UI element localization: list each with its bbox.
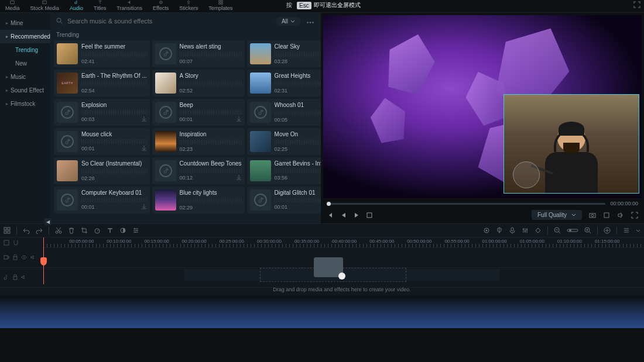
zoom-all-icon[interactable] — [604, 227, 611, 234]
duration: 02:52 — [180, 88, 193, 94]
zoom-fit-icon[interactable] — [567, 227, 578, 233]
record-icon[interactable] — [483, 227, 490, 234]
svg-rect-37 — [13, 257, 17, 260]
ruler-tick: 01:05:00:00 — [520, 239, 544, 244]
sidebar-sub-trending[interactable]: Trending — [0, 43, 50, 57]
tab-audio[interactable]: Audio — [64, 0, 88, 12]
sidebar-item-sound-effect[interactable]: Sound Effect — [0, 84, 50, 97]
mute-icon[interactable] — [30, 255, 36, 261]
mixer-icon[interactable] — [522, 227, 529, 234]
crop-icon[interactable] — [81, 227, 88, 234]
collapse-sidebar-icon[interactable]: ◀ — [44, 218, 52, 225]
magnet-icon[interactable] — [13, 240, 19, 247]
audio-card[interactable]: Inspiration02:23 — [152, 128, 245, 155]
download-icon[interactable] — [236, 116, 242, 123]
play-button[interactable] — [354, 212, 359, 219]
video-track-icon[interactable] — [4, 254, 9, 261]
waveform — [81, 110, 147, 115]
redo-icon[interactable] — [36, 227, 43, 234]
lock-icon[interactable] — [13, 254, 18, 261]
card-title: Clear Sky — [275, 43, 321, 50]
sidebar-item-music[interactable]: Music — [0, 70, 50, 84]
audio-card[interactable]: A Story02:52 — [152, 70, 245, 96]
audio-card[interactable]: Digital Glitch 0100:01 — [247, 187, 321, 213]
delete-icon[interactable] — [68, 227, 75, 234]
audio-card[interactable]: Clear Sky03:28 — [247, 40, 321, 67]
sidebar-item-recommended[interactable]: Recommended — [0, 30, 50, 43]
marker-icon[interactable] — [496, 227, 503, 234]
fullscreen-preview-icon[interactable] — [631, 212, 638, 219]
svg-rect-12 — [367, 213, 372, 218]
download-icon[interactable] — [141, 204, 147, 211]
audio-card[interactable]: Earth - The Rhythm Of ...02:54 — [54, 70, 150, 96]
text-icon[interactable] — [107, 227, 114, 234]
snapshot-icon[interactable] — [589, 212, 596, 219]
tab-stickers[interactable]: Stickers — [174, 0, 203, 12]
sidebar-item-filmstock[interactable]: Filmstock — [0, 97, 50, 111]
audio-card[interactable]: Countdown Beep Tones00:12 — [152, 157, 245, 184]
tab-stock-media[interactable]: Stock Media — [25, 0, 65, 12]
sidebar-item-mine[interactable]: Mine — [0, 16, 50, 30]
timeline-ruler[interactable]: 00:05:00:0000:10:00:0000:15:00:0000:20:0… — [43, 237, 644, 248]
speed-icon[interactable] — [94, 227, 101, 234]
audio-card[interactable]: Garret Bevins - Infinite ...03:56 — [247, 157, 321, 184]
tab-templates[interactable]: Templates — [203, 0, 238, 12]
audio-card[interactable]: So Clear (Instrumental)02:28 — [54, 157, 150, 184]
audio-card[interactable]: Move On02:25 — [247, 128, 321, 155]
filter-dropdown[interactable]: All — [276, 17, 301, 26]
zoom-out-icon[interactable] — [554, 227, 561, 234]
audio-track-icon[interactable] — [4, 274, 9, 281]
audio-track-lane[interactable] — [43, 268, 644, 287]
preview-scrubber[interactable] — [327, 203, 605, 205]
audio-card[interactable]: Mouse click00:01 — [54, 128, 150, 155]
audio-card[interactable]: Great Heights02:31 — [247, 70, 321, 96]
markers-icon[interactable] — [603, 212, 610, 219]
sidebar-sub-new[interactable]: New — [0, 57, 50, 70]
visibility-icon[interactable] — [21, 255, 27, 261]
waveform — [81, 169, 147, 174]
zoom-in-icon[interactable] — [584, 227, 591, 234]
svg-rect-35 — [4, 240, 9, 245]
cut-icon[interactable] — [55, 227, 62, 234]
audio-card[interactable]: Feel the summer02:41 — [54, 40, 150, 67]
volume-icon[interactable] — [617, 212, 624, 219]
webcam-overlay[interactable] — [503, 94, 639, 194]
quality-dropdown[interactable]: Full Quality — [532, 210, 582, 220]
lock-icon[interactable] — [13, 274, 18, 281]
duration: 02:31 — [275, 88, 288, 94]
mute-icon[interactable] — [21, 275, 27, 281]
video-track-lane[interactable]: Drag and drop media and effects here to … — [43, 248, 644, 267]
prev-frame-button[interactable] — [327, 212, 334, 219]
undo-icon[interactable] — [23, 227, 30, 234]
list-icon[interactable] — [623, 227, 630, 234]
audio-card[interactable]: Blue city lights02:29 — [152, 187, 245, 213]
tab-media[interactable]: Media — [0, 0, 25, 12]
stop-button[interactable] — [366, 212, 372, 218]
keyframe-icon[interactable] — [535, 227, 542, 234]
duration: 02:23 — [180, 146, 193, 152]
mic-icon[interactable] — [509, 227, 516, 234]
tab-transitions[interactable]: Transitions — [111, 0, 148, 12]
download-icon[interactable] — [236, 174, 242, 181]
audio-card[interactable]: News alert sting00:07 — [152, 40, 245, 67]
card-title: Computer Keyboard 01 — [81, 189, 147, 196]
adjust-icon[interactable] — [132, 227, 139, 234]
preview-canvas[interactable] — [323, 15, 642, 198]
tab-effects[interactable]: Effects — [148, 0, 174, 12]
svg-rect-18 — [4, 231, 6, 233]
tab-titles[interactable]: Titles — [88, 0, 111, 12]
more-menu-icon[interactable] — [306, 16, 315, 26]
download-icon[interactable] — [141, 116, 147, 123]
step-back-button[interactable] — [341, 212, 347, 219]
audio-card[interactable]: Computer Keyboard 0100:01 — [54, 187, 150, 213]
track-view-icon[interactable] — [4, 240, 9, 247]
download-icon[interactable] — [141, 145, 147, 152]
layout-icon[interactable] — [4, 227, 11, 234]
audio-card[interactable]: Explosion00:03 — [54, 99, 150, 126]
audio-card[interactable]: Beep00:01 — [152, 99, 245, 126]
audio-card[interactable]: Whoosh 0100:05 — [247, 99, 321, 126]
search-input[interactable] — [67, 18, 271, 25]
expand-icon[interactable] — [633, 1, 640, 9]
settings-dropdown-icon[interactable] — [636, 229, 640, 232]
color-icon[interactable] — [119, 227, 126, 234]
